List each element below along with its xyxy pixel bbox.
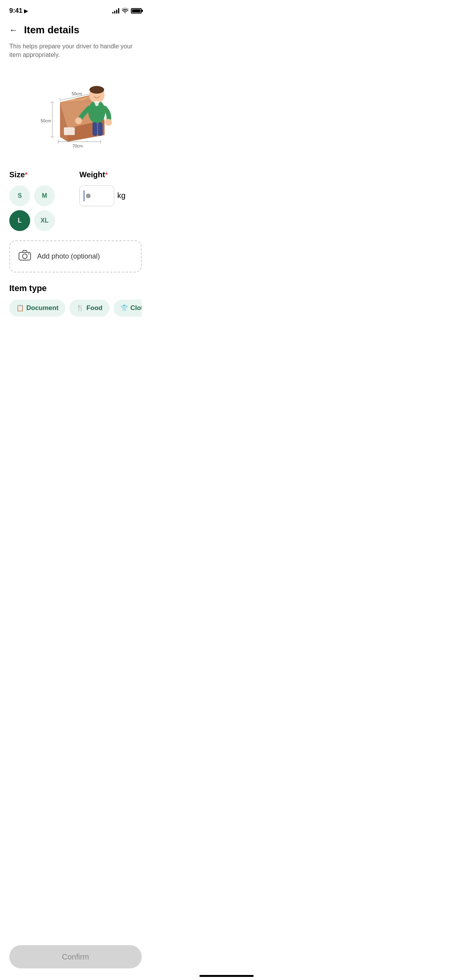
location-arrow-icon: ▶ bbox=[24, 8, 28, 14]
svg-point-22 bbox=[75, 117, 82, 124]
svg-text:50cm: 50cm bbox=[72, 91, 82, 96]
document-label: Document bbox=[26, 304, 58, 312]
kg-unit-label: kg bbox=[117, 191, 125, 200]
weight-required: * bbox=[105, 171, 108, 179]
svg-text:50cm: 50cm bbox=[41, 118, 51, 123]
svg-rect-17 bbox=[64, 127, 75, 135]
size-l-button[interactable]: L bbox=[9, 210, 30, 231]
svg-rect-25 bbox=[98, 122, 103, 136]
svg-point-23 bbox=[105, 119, 112, 126]
size-label: Size* bbox=[9, 170, 72, 179]
size-weight-section: Size* S M L XL Weight* kg bbox=[0, 164, 151, 237]
weight-section: Weight* kg bbox=[79, 170, 142, 206]
package-illustration: 50cm 50cm 70cm bbox=[0, 67, 151, 164]
size-xl-button[interactable]: XL bbox=[34, 210, 55, 231]
food-icon: 🍴 bbox=[76, 304, 84, 312]
camera-icon bbox=[19, 250, 31, 263]
size-s-button[interactable]: S bbox=[9, 185, 30, 206]
subtitle-text: This helps prepare your driver to handle… bbox=[0, 39, 151, 67]
weight-input-row: kg bbox=[79, 185, 142, 206]
item-type-section: Item type 📋 Document 🍴 Food 👕 Clothing ⚡… bbox=[0, 280, 151, 326]
status-icons bbox=[112, 8, 142, 14]
battery-icon bbox=[131, 8, 142, 14]
weight-dot bbox=[86, 194, 91, 198]
header: ← Item details bbox=[0, 19, 151, 39]
document-icon: 📋 bbox=[16, 304, 24, 312]
item-type-title: Item type bbox=[9, 283, 142, 293]
item-type-chips: 📋 Document 🍴 Food 👕 Clothing ⚡ Elec… bbox=[9, 300, 142, 318]
svg-rect-24 bbox=[93, 122, 97, 136]
status-time: 9:41 ▶ bbox=[9, 7, 28, 15]
svg-point-28 bbox=[28, 253, 29, 254]
svg-point-27 bbox=[22, 254, 27, 259]
svg-point-21 bbox=[89, 86, 104, 94]
time-label: 9:41 bbox=[9, 7, 22, 15]
page-title: Item details bbox=[24, 24, 79, 36]
status-bar: 9:41 ▶ bbox=[0, 0, 151, 19]
size-required: * bbox=[25, 171, 27, 179]
clothing-label: Clothing bbox=[130, 304, 142, 312]
back-button[interactable]: ← bbox=[9, 25, 18, 35]
food-label: Food bbox=[86, 304, 103, 312]
item-type-clothing[interactable]: 👕 Clothing bbox=[113, 300, 142, 317]
weight-input[interactable] bbox=[79, 185, 114, 206]
item-type-document[interactable]: 📋 Document bbox=[9, 300, 65, 317]
weight-label: Weight* bbox=[79, 170, 142, 179]
signal-icon bbox=[112, 8, 119, 14]
svg-text:70cm: 70cm bbox=[72, 144, 83, 148]
size-options: S M L XL bbox=[9, 185, 72, 231]
text-cursor bbox=[84, 190, 84, 201]
wifi-icon bbox=[122, 8, 129, 14]
clothing-icon: 👕 bbox=[120, 304, 128, 312]
item-type-food[interactable]: 🍴 Food bbox=[69, 300, 110, 317]
size-m-button[interactable]: M bbox=[34, 185, 55, 206]
add-photo-label: Add photo (optional) bbox=[37, 252, 100, 260]
size-section: Size* S M L XL bbox=[9, 170, 72, 231]
add-photo-button[interactable]: Add photo (optional) bbox=[9, 240, 142, 272]
